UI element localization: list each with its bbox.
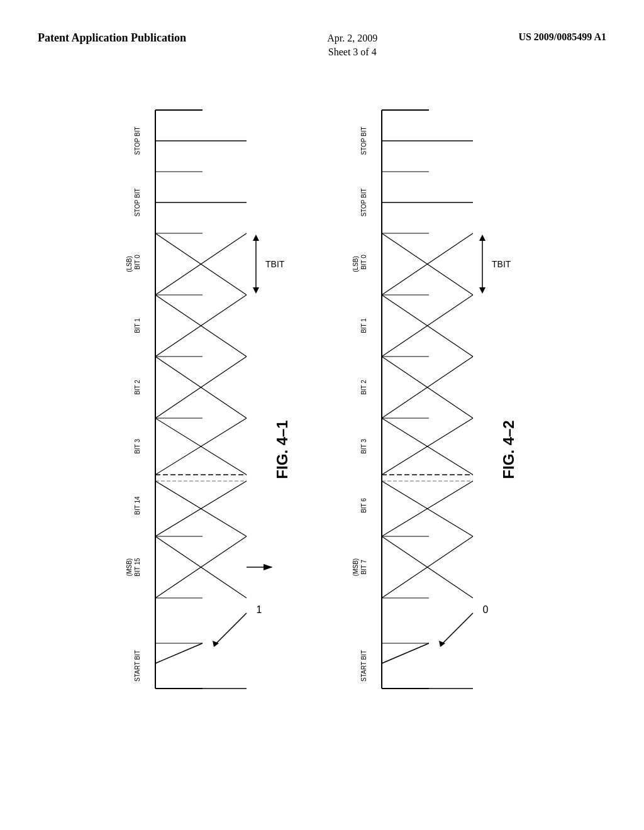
svg-text:START BIT: START BIT: [360, 650, 367, 682]
svg-text:START BIT: START BIT: [134, 650, 141, 682]
svg-marker-92: [479, 235, 486, 241]
svg-text:1: 1: [257, 604, 262, 615]
patent-number: US 2009/0085499 A1: [518, 31, 606, 42]
svg-marker-45: [253, 287, 259, 294]
header-center: Apr. 2, 2009 Sheet 3 of 4: [327, 31, 377, 60]
header-right: US 2009/0085499 A1: [518, 31, 606, 43]
svg-marker-44: [253, 235, 259, 241]
svg-text:TBIT: TBIT: [265, 259, 285, 269]
svg-text:STOP BIT: STOP BIT: [134, 126, 141, 155]
svg-text:(MSB): (MSB): [126, 558, 133, 576]
main-diagrams: STOP BIT STOP BIT BIT 0 (LSB) BIT 1 BIT …: [0, 97, 644, 830]
svg-text:BIT 1: BIT 1: [360, 318, 367, 333]
svg-text:BIT 3: BIT 3: [134, 439, 141, 454]
svg-text:FIG. 4–2: FIG. 4–2: [500, 420, 517, 479]
svg-line-48: [215, 613, 247, 645]
svg-text:STOP BIT: STOP BIT: [360, 126, 367, 155]
header-left: Patent Application Publication: [38, 31, 186, 45]
svg-text:TBIT: TBIT: [492, 259, 511, 269]
svg-text:BIT 15: BIT 15: [134, 558, 141, 577]
fig1-container: STOP BIT STOP BIT BIT 0 (LSB) BIT 1 BIT …: [121, 97, 297, 830]
svg-text:BIT 2: BIT 2: [134, 380, 141, 395]
svg-text:STOP BIT: STOP BIT: [134, 188, 141, 216]
svg-text:(LSB): (LSB): [352, 256, 359, 272]
svg-text:(MSB): (MSB): [352, 558, 359, 576]
fig1-svg: STOP BIT STOP BIT BIT 0 (LSB) BIT 1 BIT …: [121, 97, 297, 758]
fig2-svg: STOP BIT STOP BIT BIT 0 (LSB) BIT 1 BIT …: [347, 97, 523, 758]
svg-text:BIT 1: BIT 1: [134, 318, 141, 333]
svg-text:BIT 3: BIT 3: [360, 439, 367, 454]
svg-text:BIT 0: BIT 0: [134, 255, 141, 270]
page: Patent Application Publication Apr. 2, 2…: [0, 0, 644, 830]
header: Patent Application Publication Apr. 2, 2…: [0, 31, 644, 60]
svg-text:BIT 0: BIT 0: [360, 255, 367, 270]
svg-text:STOP BIT: STOP BIT: [360, 188, 367, 216]
svg-text:(LSB): (LSB): [126, 256, 133, 272]
svg-text:BIT 7: BIT 7: [360, 560, 367, 575]
header-date: Apr. 2, 2009: [327, 31, 377, 45]
publication-title: Patent Application Publication: [38, 31, 186, 44]
fig2-container: STOP BIT STOP BIT BIT 0 (LSB) BIT 1 BIT …: [347, 97, 523, 830]
svg-text:BIT 6: BIT 6: [360, 498, 367, 513]
header-sheet: Sheet 3 of 4: [327, 45, 377, 59]
svg-text:BIT 14: BIT 14: [134, 496, 141, 515]
svg-text:FIG. 4–1: FIG. 4–1: [274, 420, 291, 479]
svg-line-96: [441, 613, 473, 645]
svg-text:0: 0: [483, 604, 489, 615]
svg-text:BIT 2: BIT 2: [360, 380, 367, 395]
svg-marker-93: [479, 287, 486, 294]
